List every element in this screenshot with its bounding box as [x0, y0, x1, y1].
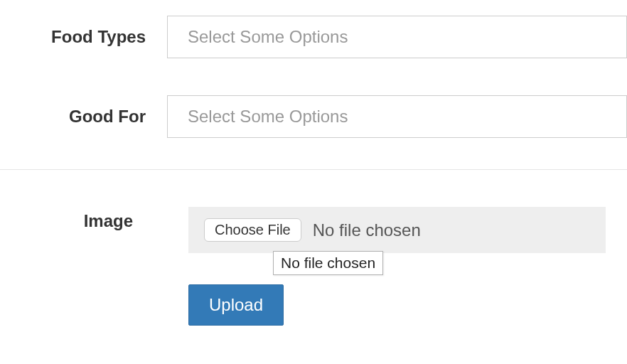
food-types-label: Food Types [0, 27, 167, 47]
file-tooltip: No file chosen [273, 251, 383, 275]
good-for-select[interactable]: Select Some Options [167, 95, 627, 138]
file-input-area: Choose File No file chosen [188, 207, 606, 253]
food-types-select[interactable]: Select Some Options [167, 16, 627, 58]
image-label: Image [0, 207, 188, 326]
choose-file-button[interactable]: Choose File [204, 218, 301, 242]
upload-button[interactable]: Upload [188, 284, 284, 326]
file-status-text: No file chosen [313, 220, 421, 240]
good-for-label: Good For [0, 107, 167, 127]
